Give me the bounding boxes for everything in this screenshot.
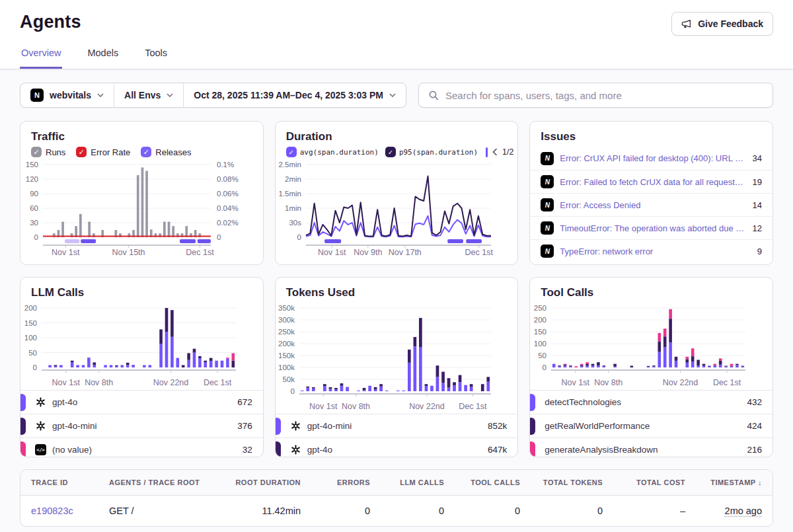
svg-text:Nov 8th: Nov 8th — [342, 402, 370, 411]
legend-row-generate-analysis-breakdown[interactable]: generateAnalysisBreakdown 216 — [530, 437, 773, 457]
tab-overview[interactable]: Overview — [20, 48, 62, 69]
traffic-card: Traffic ✓ Runs ✓ Error Rate ✓ Releases 0… — [20, 121, 264, 265]
legend-label: avg(span.duration) — [300, 148, 379, 157]
col-header-llm-calls[interactable]: LLM Calls — [381, 470, 455, 495]
pager-prev-icon[interactable] — [492, 148, 498, 156]
col-header-timestamp[interactable]: Timestamp ↓ — [696, 470, 773, 495]
svg-text:100: 100 — [24, 334, 37, 342]
issue-link[interactable]: Error: Access Denied — [560, 200, 746, 210]
svg-text:250k: 250k — [278, 328, 295, 336]
svg-text:2.5min: 2.5min — [278, 161, 301, 169]
issue-row[interactable]: N Error: Access Denied 14 — [530, 193, 773, 216]
project-filter[interactable]: N webvitals — [20, 83, 114, 107]
filter-bar: N webvitals All Envs Oct 28, 2025 11:39 … — [20, 83, 773, 108]
svg-text:0: 0 — [543, 363, 547, 371]
environment-filter-label: All Envs — [124, 90, 161, 100]
tool-calls-cell: 0 — [455, 496, 531, 526]
llm-calls-chart[interactable]: 050100150200Nov 1stNov 8thNov 22ndDec 1s… — [20, 303, 243, 387]
svg-text:350k: 350k — [278, 304, 295, 312]
series-color-swatch — [529, 394, 535, 411]
nextjs-platform-icon: N — [541, 245, 554, 258]
svg-text:120: 120 — [26, 175, 38, 183]
search-input[interactable] — [445, 90, 763, 101]
legend-toggle-runs[interactable]: ✓ Runs — [31, 147, 65, 157]
svg-text:100: 100 — [534, 340, 547, 348]
checkbox-checked-icon: ✓ — [141, 147, 151, 157]
total-cost-cell: – — [613, 496, 696, 526]
tool-calls-chart[interactable]: 050100150200250Nov 1stNov 8thNov 22ndDec… — [530, 303, 752, 387]
svg-text:Nov 22nd: Nov 22nd — [663, 378, 699, 387]
svg-text:Nov 1st: Nov 1st — [318, 248, 346, 257]
issue-link[interactable]: Error: Failed to fetch CrUX data for all… — [560, 177, 746, 187]
duration-chart[interactable]: 030s1min1.5min2min2.5minNov 1stNov 9thNo… — [276, 159, 498, 257]
llm-calls-card: LLM Calls 050100150200Nov 1stNov 8thNov … — [20, 277, 264, 457]
tokens-used-card-title: Tokens Used — [286, 286, 508, 299]
page-content: N webvitals All Envs Oct 28, 2025 11:39 … — [0, 69, 793, 527]
trace-id-link[interactable]: e190823c — [31, 506, 73, 516]
issue-row[interactable]: N TimeoutError: The operation was aborte… — [530, 216, 773, 239]
legend-toggle-p95-duration[interactable]: ✓ p95(span.duration) — [385, 147, 478, 157]
date-range-label: Oct 28, 2025 11:39 AM–Dec 4, 2025 3:03 P… — [194, 90, 383, 100]
legend-toggle-avg-duration[interactable]: ✓ avg(span.duration) — [286, 147, 379, 157]
tokens-used-chart-area: 050k100k150k200k250k300k350kNov 1stNov 8… — [276, 303, 518, 414]
tokens-used-chart[interactable]: 050k100k150k200k250k300k350kNov 1stNov 8… — [276, 303, 498, 411]
col-header-tool-calls[interactable]: Tool Calls — [455, 470, 531, 495]
issues-card-title: Issues — [541, 130, 762, 143]
svg-text:Dec 1st: Dec 1st — [186, 248, 214, 257]
legend-label: Releases — [155, 147, 191, 157]
svg-text:Nov 22nd: Nov 22nd — [153, 378, 189, 387]
legend-row-gpt-4o-mini[interactable]: gpt-4o-mini 376 — [20, 414, 263, 437]
issue-link[interactable]: Error: CrUX API failed for desktop (400)… — [560, 153, 746, 163]
svg-text:Nov 22nd: Nov 22nd — [409, 402, 445, 411]
col-header-trace-root[interactable]: Agents / Trace Root — [98, 470, 212, 495]
col-header-root-duration[interactable]: Root Duration — [212, 470, 311, 495]
traces-table: Trace ID Agents / Trace Root Root Durati… — [20, 469, 773, 527]
date-range-filter[interactable]: Oct 28, 2025 11:39 AM–Dec 4, 2025 3:03 P… — [184, 83, 406, 107]
issue-count: 34 — [753, 153, 762, 163]
total-tokens-cell: 0 — [531, 496, 613, 526]
top-header: Agents Give Feedback Overview Models Too… — [0, 0, 793, 69]
nextjs-project-icon: N — [30, 89, 44, 102]
col-header-total-cost[interactable]: Total Cost — [613, 470, 696, 495]
trace-row[interactable]: e190823c GET / 11.42min 0 0 0 0 – 2mo ag… — [20, 496, 773, 526]
col-header-total-tokens[interactable]: Total Tokens — [531, 470, 613, 495]
llm-calls-legend: gpt-4o 672 gpt-4o-mini 376 </> (no value… — [20, 390, 263, 457]
legend-name: generateAnalysisBreakdown — [545, 445, 658, 455]
legend-value: 852k — [488, 421, 507, 431]
chevron-down-icon — [389, 93, 396, 97]
chevron-down-icon — [97, 93, 104, 97]
legend-row-no-value[interactable]: </> (no value) 32 — [20, 437, 263, 457]
environment-filter[interactable]: All Envs — [114, 83, 184, 107]
legend-label: Error Rate — [91, 147, 130, 157]
legend-row-detect-technologies[interactable]: detectTechnologies 432 — [530, 390, 773, 414]
issue-row[interactable]: N Error: Failed to fetch CrUX data for a… — [530, 170, 773, 193]
tab-models[interactable]: Models — [86, 48, 120, 69]
legend-name: gpt-4o — [307, 445, 332, 455]
traffic-chart[interactable]: 00300.02%600.04%900.06%1200.08%1500.1%No… — [20, 159, 243, 257]
legend-row-gpt-4o[interactable]: gpt-4o 672 — [20, 390, 263, 414]
legend-row-gpt-4o[interactable]: gpt-4o 647k — [276, 437, 518, 457]
traces-table-header: Trace ID Agents / Trace Root Root Durati… — [20, 470, 773, 496]
give-feedback-button[interactable]: Give Feedback — [671, 12, 773, 36]
svg-text:200k: 200k — [278, 340, 295, 348]
legend-toggle-error-rate[interactable]: ✓ Error Rate — [76, 147, 130, 157]
legend-row-get-real-world-performance[interactable]: getRealWorldPerformance 424 — [530, 414, 773, 437]
legend-name: detectTechnologies — [545, 397, 621, 407]
legend-toggle-releases[interactable]: ✓ Releases — [141, 147, 191, 157]
issue-link[interactable]: TypeError: network error — [560, 247, 751, 256]
legend-overflow-indicator — [486, 147, 488, 157]
legend-row-gpt-4o-mini[interactable]: gpt-4o-mini 852k — [276, 414, 518, 437]
svg-text:Dec 1st: Dec 1st — [713, 378, 741, 387]
timestamp-cell[interactable]: 2mo ago — [725, 506, 762, 516]
col-header-errors[interactable]: Errors — [311, 470, 381, 495]
svg-text:Dec 1st: Dec 1st — [204, 378, 232, 387]
series-color-swatch — [20, 441, 26, 457]
issue-link[interactable]: TimeoutError: The operation was aborted … — [560, 223, 746, 233]
svg-text:50k: 50k — [282, 375, 295, 383]
col-header-trace-id[interactable]: Trace ID — [20, 470, 98, 495]
sort-desc-icon: ↓ — [758, 478, 762, 486]
issue-row[interactable]: N TypeError: network error 9 — [530, 239, 773, 262]
tab-tools[interactable]: Tools — [143, 48, 169, 69]
search-bar[interactable] — [418, 83, 773, 108]
issue-row[interactable]: N Error: CrUX API failed for desktop (40… — [530, 147, 773, 170]
